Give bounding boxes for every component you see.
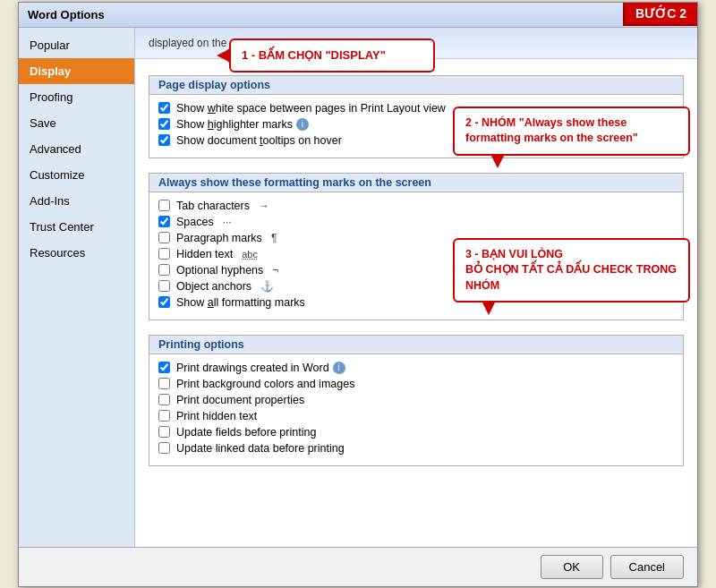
word-options-dialog: Word Options BƯỚC 2 Popular Display Proo… (18, 2, 698, 587)
print-background-checkbox[interactable] (158, 378, 170, 389)
object-anchors-checkbox[interactable] (158, 280, 170, 292)
tab-characters-row: Tab characters → (158, 200, 674, 212)
update-linked-data-row: Update linked data before printing (158, 442, 674, 455)
spaces-icon: ··· (223, 216, 241, 228)
print-drawings-label: Print drawings created in Word (176, 362, 329, 374)
callout-3-text: 3 - BẠN VUI LÒNGBỎ CHỌN TẤT CẢ DẤU CHECK… (465, 248, 677, 292)
print-drawings-row: Print drawings created in Word i (158, 362, 674, 374)
sidebar: Popular Display Proofing Save Advanced C… (19, 28, 135, 547)
update-linked-data-label: Update linked data before printing (176, 442, 345, 455)
update-linked-data-checkbox[interactable] (158, 442, 170, 454)
update-fields-checkbox[interactable] (158, 426, 170, 438)
object-anchors-label: Object anchors (176, 280, 251, 293)
paragraph-marks-checkbox[interactable] (158, 232, 170, 243)
callout-2: 2 - NHÓM "Always show theseformatting ma… (453, 107, 690, 156)
sidebar-item-resources[interactable]: Resources (19, 240, 134, 266)
hidden-text-checkbox[interactable] (158, 248, 170, 260)
show-all-formatting-label: Show all formatting marks (176, 296, 305, 309)
print-background-label: Print background colors and images (176, 378, 354, 390)
sidebar-item-addins[interactable]: Add-Ins (19, 188, 134, 214)
print-hidden-text-checkbox[interactable] (158, 410, 170, 422)
highlighter-info-icon: i (296, 118, 309, 131)
tab-icon: → (259, 200, 277, 212)
print-background-row: Print background colors and images (158, 378, 674, 390)
tab-characters-checkbox[interactable] (158, 200, 170, 211)
show-tooltips-checkbox[interactable] (158, 134, 170, 146)
sidebar-item-popular[interactable]: Popular (19, 32, 134, 58)
printing-options-header: Printing options (149, 335, 684, 354)
sidebar-item-save[interactable]: Save (19, 110, 134, 136)
formatting-marks-header: Always show these formatting marks on th… (149, 173, 684, 192)
anchors-icon: ⚓ (260, 280, 278, 293)
print-drawings-info-icon: i (333, 362, 345, 374)
spaces-label: Spaces (176, 216, 214, 228)
title-bar: Word Options BƯỚC 2 (19, 3, 697, 28)
show-white-space-checkbox[interactable] (158, 102, 170, 114)
spaces-row: Spaces ··· (158, 216, 674, 228)
buoc2-badge: BƯỚC 2 (623, 3, 697, 26)
ok-button[interactable]: OK (541, 555, 603, 579)
cancel-button[interactable]: Cancel (610, 555, 684, 579)
callout-1: 1 - BẤM CHỌN "DISPLAY" (229, 38, 435, 72)
show-white-space-label: Show white space between pages in Print … (176, 102, 446, 115)
printing-options-section: Printing options Print drawings created … (135, 320, 697, 466)
paragraph-icon: ¶ (271, 232, 289, 244)
update-fields-row: Update fields before printing (158, 426, 674, 439)
sidebar-item-customize[interactable]: Customize (19, 162, 134, 188)
callout-2-text: 2 - NHÓM "Always show theseformatting ma… (465, 116, 638, 145)
footer-bar: OK Cancel (19, 547, 697, 586)
dialog-body: Popular Display Proofing Save Advanced C… (19, 28, 697, 547)
callout-3: 3 - BẠN VUI LÒNGBỎ CHỌN TẤT CẢ DẤU CHECK… (453, 238, 690, 303)
print-doc-properties-checkbox[interactable] (158, 394, 170, 405)
hyphens-icon: ¬ (272, 264, 290, 277)
print-hidden-text-label: Print hidden text (176, 410, 257, 422)
show-highlighter-checkbox[interactable] (158, 118, 170, 130)
dialog-title: Word Options (28, 8, 105, 21)
show-highlighter-label: Show highlighter marks (176, 118, 293, 131)
callout-1-text: 1 - BẤM CHỌN "DISPLAY" (242, 48, 386, 62)
hidden-text-label: Hidden text (176, 248, 233, 260)
show-all-formatting-checkbox[interactable] (158, 296, 170, 308)
update-fields-label: Update fields before printing (176, 426, 316, 439)
paragraph-marks-label: Paragraph marks (176, 232, 262, 244)
print-doc-properties-row: Print document properties (158, 394, 674, 406)
optional-hyphens-label: Optional hyphens (176, 264, 263, 277)
page-display-header: Page display options (149, 75, 684, 95)
hidden-text-icon: abc (242, 249, 260, 260)
sidebar-item-trustcenter[interactable]: Trust Center (19, 214, 134, 240)
print-hidden-text-row: Print hidden text (158, 410, 674, 422)
spaces-checkbox[interactable] (158, 216, 170, 227)
optional-hyphens-checkbox[interactable] (158, 264, 170, 276)
sidebar-item-advanced[interactable]: Advanced (19, 136, 134, 162)
sidebar-item-display[interactable]: Display (19, 58, 134, 84)
tab-characters-label: Tab characters (176, 200, 250, 212)
show-tooltips-label: Show document tooltips on hover (176, 134, 342, 147)
sidebar-item-proofing[interactable]: Proofing (19, 84, 134, 110)
print-doc-properties-label: Print document properties (176, 394, 304, 406)
printing-options-options: Print drawings created in Word i Print b… (149, 354, 684, 466)
print-drawings-checkbox[interactable] (158, 362, 170, 373)
main-content: displayed on the screen and when printed… (135, 28, 697, 547)
